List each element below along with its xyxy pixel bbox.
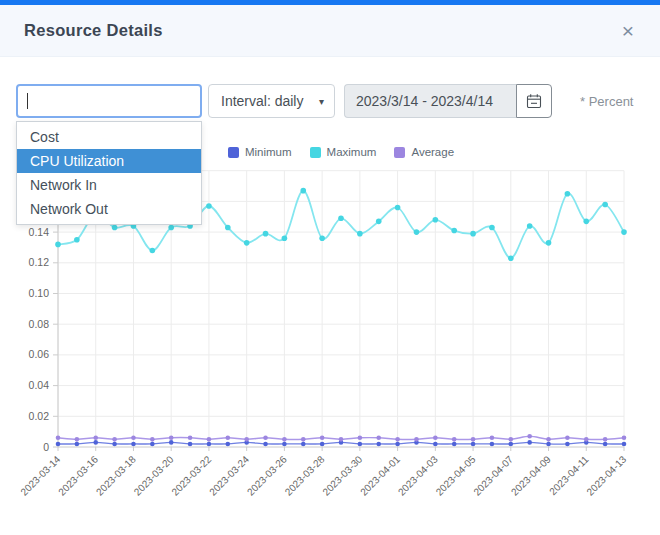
- series-minimum-point: [207, 442, 212, 447]
- series-average-point: [509, 437, 514, 442]
- series-average-point: [93, 435, 98, 440]
- y-axis-label: 0.02: [29, 410, 50, 422]
- legend-item-maximum[interactable]: Maximum: [310, 146, 377, 158]
- series-maximum-point: [168, 225, 174, 231]
- series-maximum-point: [602, 202, 608, 208]
- series-minimum-point: [565, 442, 570, 447]
- series-minimum-point: [490, 442, 495, 447]
- series-average-point: [207, 437, 212, 442]
- menu-item-cpu-utilization[interactable]: CPU Utilization: [17, 149, 201, 173]
- interval-select[interactable]: Interval: daily ▾: [208, 84, 335, 118]
- series-minimum-point: [471, 442, 476, 447]
- legend-item-minimum[interactable]: Minimum: [228, 146, 292, 158]
- series-minimum-point: [509, 442, 514, 447]
- series-minimum-point: [150, 442, 155, 447]
- series-maximum-point: [433, 217, 439, 223]
- series-average-point: [584, 437, 589, 442]
- calendar-icon: [526, 93, 542, 109]
- series-average-point: [169, 435, 174, 440]
- resource-details-modal: Resource Details × Interval: daily ▾ 202…: [0, 0, 660, 535]
- series-minimum-point: [452, 442, 457, 447]
- series-maximum-point: [376, 219, 382, 225]
- y-axis-label: 0: [43, 441, 49, 453]
- series-minimum-point: [56, 442, 61, 447]
- close-icon[interactable]: ×: [622, 20, 634, 41]
- series-average-point: [226, 435, 231, 440]
- series-maximum-point: [300, 188, 306, 194]
- series-average-point: [282, 437, 287, 442]
- series-maximum-point: [150, 248, 156, 254]
- series-minimum-point: [131, 442, 136, 447]
- series-average-point: [546, 437, 551, 442]
- series-minimum-point: [188, 442, 193, 447]
- date-range-group: 2023/3/14 - 2023/4/14: [344, 84, 552, 118]
- series-maximum-point: [319, 235, 325, 241]
- series-maximum-point: [414, 229, 420, 235]
- series-average-point: [131, 435, 136, 440]
- series-average-point: [395, 437, 400, 442]
- series-maximum-point: [55, 242, 61, 248]
- legend-swatch-maximum: [310, 147, 321, 158]
- series-minimum-point: [527, 440, 532, 445]
- menu-item-cost[interactable]: Cost: [17, 125, 201, 149]
- series-maximum-point: [225, 225, 231, 231]
- series-minimum-point: [603, 442, 608, 447]
- legend-swatch-average: [394, 147, 405, 158]
- x-axis-label: 2023-04-09: [509, 453, 553, 497]
- series-maximum-point: [583, 219, 589, 225]
- series-maximum-point: [451, 228, 457, 234]
- series-minimum-point: [622, 442, 627, 447]
- series-maximum-point: [338, 215, 344, 221]
- series-minimum-point: [169, 440, 174, 445]
- series-average-point: [527, 434, 532, 439]
- metric-combobox[interactable]: [16, 84, 202, 118]
- series-average-point: [112, 437, 117, 442]
- series-average-point: [358, 435, 363, 440]
- series-maximum-point: [112, 225, 118, 231]
- series-minimum-point: [226, 442, 231, 447]
- series-minimum-point: [546, 442, 551, 447]
- series-average-point: [263, 435, 268, 440]
- x-axis-label: 2023-04-13: [584, 453, 628, 497]
- series-maximum-point: [546, 240, 552, 246]
- series-maximum-point: [395, 205, 401, 211]
- legend-label: Minimum: [245, 146, 292, 158]
- series-maximum-point: [508, 255, 514, 261]
- y-axis-label: 0.12: [29, 256, 50, 268]
- series-maximum-point: [527, 223, 533, 229]
- y-axis-label: 0.10: [29, 287, 50, 299]
- series-average-point: [75, 437, 80, 442]
- legend-label: Average: [411, 146, 454, 158]
- series-maximum-point: [206, 203, 212, 209]
- legend-item-average[interactable]: Average: [394, 146, 454, 158]
- series-minimum-point: [433, 442, 438, 447]
- series-average-point: [339, 437, 344, 442]
- series-minimum-point: [301, 442, 306, 447]
- series-average-point: [490, 435, 495, 440]
- series-average-point: [471, 437, 476, 442]
- series-maximum-point: [621, 229, 627, 235]
- series-average-point: [414, 437, 419, 442]
- metric-options-menu: CostCPU UtilizationNetwork InNetwork Out: [16, 121, 202, 225]
- series-maximum-point: [489, 225, 495, 231]
- series-minimum-point: [93, 440, 98, 445]
- modal-body: Interval: daily ▾ 2023/3/14 - 2023/4/14 …: [0, 58, 660, 535]
- series-average-point: [376, 435, 381, 440]
- y-axis-label: 0.08: [29, 318, 50, 330]
- series-average-point: [603, 437, 608, 442]
- date-range-input[interactable]: 2023/3/14 - 2023/4/14: [344, 84, 516, 118]
- series-minimum-point: [395, 442, 400, 447]
- series-average-point: [244, 437, 249, 442]
- series-maximum-point: [282, 235, 288, 241]
- menu-item-network-in[interactable]: Network In: [17, 173, 201, 197]
- page-title: Resource Details: [24, 21, 163, 40]
- legend-swatch-minimum: [228, 147, 239, 158]
- series-maximum-point: [74, 237, 80, 243]
- calendar-button[interactable]: [516, 84, 552, 118]
- series-maximum-point: [470, 231, 476, 237]
- y-axis-label: 0.14: [29, 226, 50, 238]
- chevron-down-icon: ▾: [319, 96, 324, 107]
- menu-item-network-out[interactable]: Network Out: [17, 197, 201, 221]
- series-minimum-point: [112, 442, 117, 447]
- series-maximum-point: [357, 231, 363, 237]
